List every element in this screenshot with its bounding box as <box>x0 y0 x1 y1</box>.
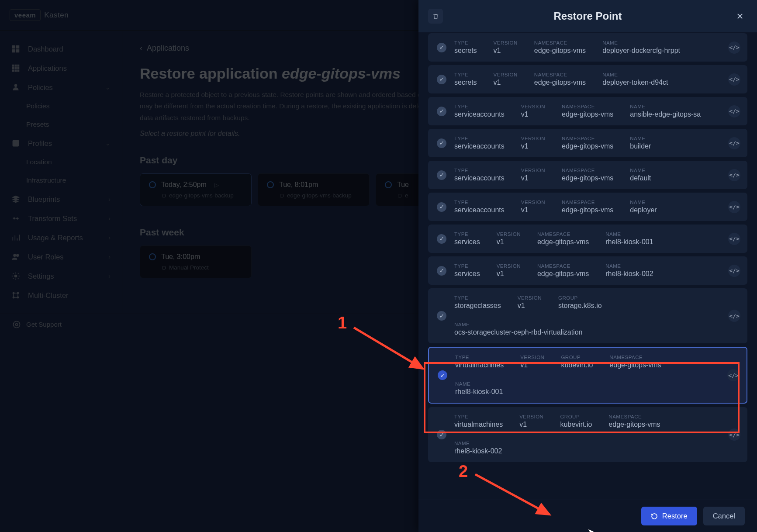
chevron-down-icon: ⌄ <box>105 140 111 147</box>
resource-card[interactable]: ✓ TYPEsecretsVERSIONv1NAMESPACEedge-gito… <box>428 33 747 62</box>
resource-card[interactable]: ✓ TYPEserviceaccountsVERSIONv1NAMESPACEe… <box>428 129 747 157</box>
svg-rect-0 <box>13 46 15 48</box>
sidebar-item-label: Policies <box>28 83 53 92</box>
check-icon[interactable]: ✓ <box>437 311 446 321</box>
resource-type: virtualmachines <box>455 361 504 369</box>
sidebar-item-settings[interactable]: Settings› <box>0 266 122 286</box>
code-icon[interactable]: </> <box>728 137 740 149</box>
svg-rect-28 <box>162 194 166 197</box>
chevron-right-icon: › <box>108 273 111 280</box>
code-icon[interactable]: </> <box>727 369 740 381</box>
restore-point-dot-icon <box>149 253 156 260</box>
resource-card[interactable]: ✓ TYPEservicesVERSIONv1NAMESPACEedge-git… <box>428 256 747 285</box>
check-icon[interactable]: ✓ <box>437 75 446 84</box>
code-icon[interactable]: </> <box>728 265 740 277</box>
svg-point-21 <box>14 254 16 256</box>
resource-card[interactable]: ✓ TYPEsecretsVERSIONv1NAMESPACEedge-gito… <box>428 65 747 93</box>
restore-point-time: Tue <box>397 181 409 189</box>
sidebar-item-multi-cluster[interactable]: Multi-Cluster <box>0 286 122 305</box>
sidebar-item-label: Profiles <box>28 139 52 148</box>
restore-button[interactable]: Restore <box>641 507 697 525</box>
resource-name: deployer <box>630 206 657 214</box>
code-icon[interactable]: </> <box>728 201 740 213</box>
check-icon[interactable]: ✓ <box>437 266 446 276</box>
svg-rect-30 <box>398 194 401 197</box>
restore-point-card[interactable]: Tue, 8:01pm edge-gitops-vms-backup <box>258 173 370 206</box>
code-icon[interactable]: </> <box>728 41 740 54</box>
check-icon[interactable]: ✓ <box>437 107 446 116</box>
restore-point-panel: Restore Point ✓ TYPEsecretsVERSIONv1NAME… <box>418 0 757 532</box>
svg-point-25 <box>17 292 18 294</box>
resource-name: deployer-dockercfg-hrppt <box>602 47 680 55</box>
logo[interactable]: veeam <box>10 9 41 21</box>
resource-card[interactable]: ✓ TYPEservicesVERSIONv1NAMESPACEedge-git… <box>428 225 747 253</box>
sidebar-item-policies[interactable]: Policies <box>0 97 122 115</box>
usage-icon <box>11 233 20 242</box>
sidebar-item-usage-&-reports[interactable]: Usage & Reports› <box>0 228 122 247</box>
sidebar-item-presets[interactable]: Presets <box>0 115 122 134</box>
sidebar-item-location[interactable]: Location <box>0 153 122 171</box>
code-icon[interactable]: </> <box>728 169 740 181</box>
resource-version: v1 <box>521 206 545 214</box>
code-icon[interactable]: </> <box>728 73 740 86</box>
resource-type: serviceaccounts <box>454 142 505 150</box>
check-icon[interactable]: ✓ <box>437 43 446 52</box>
resource-card[interactable]: ✓ TYPEserviceaccountsVERSIONv1NAMESPACEe… <box>428 193 747 221</box>
resource-card[interactable]: ✓ TYPEvirtualmachinesVERSIONv1GROUPkubev… <box>428 347 747 404</box>
support-link[interactable]: Get Support <box>26 321 62 328</box>
restore-point-card[interactable]: Today, 2:50pm ▷ edge-gitops-vms-backup <box>140 173 252 206</box>
sidebar-item-label: Multi-Cluster <box>28 291 69 300</box>
svg-rect-14 <box>13 140 18 146</box>
restore-point-card[interactable]: Tue, 3:00pm Manual Protect <box>140 245 252 278</box>
sidebar-item-user-roles[interactable]: User Roles› <box>0 247 122 266</box>
sidebar-item-profiles[interactable]: Profiles⌄ <box>0 134 122 153</box>
svg-rect-1 <box>17 46 19 48</box>
resource-group: kubevirt.io <box>560 421 592 428</box>
resource-card[interactable]: ✓ TYPEstorageclassesVERSIONv1GROUPstorag… <box>428 288 747 343</box>
check-icon[interactable]: ✓ <box>437 234 446 244</box>
close-button[interactable] <box>733 9 747 24</box>
code-icon[interactable]: </> <box>728 233 740 245</box>
svg-point-32 <box>14 321 20 328</box>
check-icon[interactable]: ✓ <box>437 170 446 180</box>
cancel-button[interactable]: Cancel <box>703 507 745 525</box>
panel-body[interactable]: ✓ TYPEsecretsVERSIONv1NAMESPACEedge-gito… <box>418 32 757 500</box>
resource-card[interactable]: ✓ TYPEserviceaccountsVERSIONv1NAMESPACEe… <box>428 97 747 125</box>
code-icon[interactable]: </> <box>728 105 740 117</box>
code-icon[interactable]: </> <box>728 310 740 322</box>
sidebar-item-policies[interactable]: Policies⌄ <box>0 78 122 97</box>
sidebar-item-applications[interactable]: Applications <box>0 59 122 78</box>
check-icon[interactable]: ✓ <box>437 138 446 148</box>
apps-icon <box>11 64 20 73</box>
tag-icon <box>279 193 284 198</box>
sidebar-item-dashboard[interactable]: Dashboard <box>0 39 122 59</box>
resource-version: v1 <box>519 421 543 428</box>
restore-point-dot-icon <box>385 181 392 188</box>
resource-version: v1 <box>494 47 518 55</box>
sidebar-item-transform-sets[interactable]: Transform Sets› <box>0 209 122 228</box>
svg-point-24 <box>13 292 14 294</box>
sidebar-item-blueprints[interactable]: Blueprints› <box>0 190 122 209</box>
resource-version: v1 <box>521 111 545 118</box>
chevron-right-icon: › <box>108 253 111 260</box>
resource-card[interactable]: ✓ TYPEserviceaccountsVERSIONv1NAMESPACEe… <box>428 161 747 189</box>
tag-icon <box>397 193 402 198</box>
code-icon[interactable]: </> <box>728 428 740 441</box>
sidebar-item-label: Transform Sets <box>28 214 77 223</box>
resource-namespace: edge-gitops-vms <box>562 142 613 150</box>
check-icon[interactable]: ✓ <box>437 202 446 212</box>
resource-name: ansible-edge-gitops-sa <box>630 111 701 118</box>
check-icon[interactable]: ✓ <box>437 430 446 439</box>
svg-rect-29 <box>280 194 283 197</box>
resource-card[interactable]: ✓ TYPEvirtualmachinesVERSIONv1GROUPkubev… <box>428 407 747 462</box>
profiles-icon <box>11 139 20 148</box>
delete-button[interactable] <box>428 9 443 24</box>
trash-icon <box>432 13 439 20</box>
svg-rect-12 <box>17 70 19 71</box>
resource-namespace: edge-gitops-vms <box>562 111 613 118</box>
svg-rect-31 <box>162 266 166 269</box>
resource-type: virtualmachines <box>454 421 503 428</box>
check-icon[interactable]: ✓ <box>438 370 447 380</box>
play-icon: ▷ <box>214 182 219 188</box>
sidebar-item-infrastructure[interactable]: Infrastructure <box>0 171 122 190</box>
